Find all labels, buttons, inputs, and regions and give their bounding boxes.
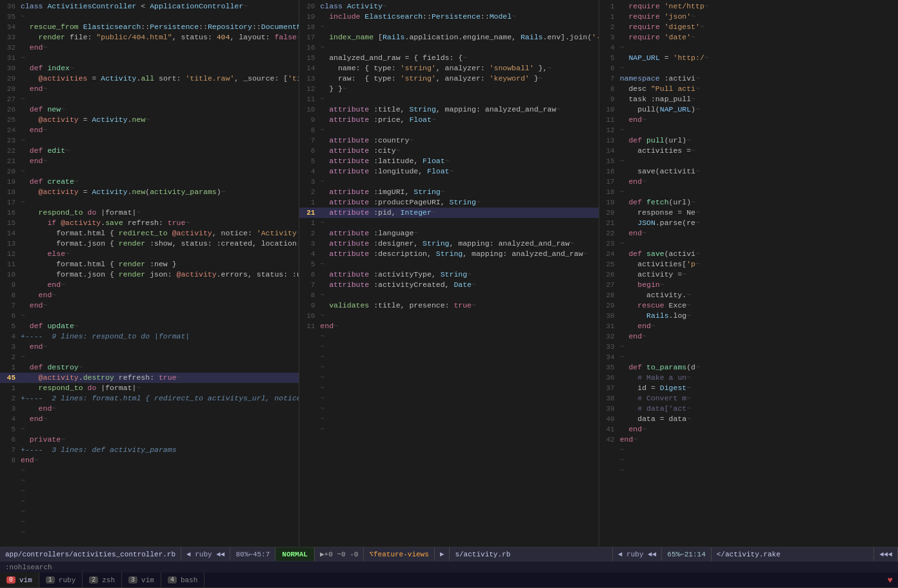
tab-bash-4[interactable]: 4 bash	[161, 573, 205, 587]
line-content: @activity = Activity.new(activity_params…	[21, 187, 296, 197]
line-number: 3	[3, 404, 21, 414]
table-row: 7 +---- 3 lines: def activity_params	[0, 445, 299, 455]
line-number	[3, 466, 21, 476]
line-number: 16	[3, 208, 21, 218]
line-content: ~	[21, 53, 296, 63]
line-content: include Elasticsearch::Persistence::Mode…	[320, 12, 595, 22]
line-number: 8	[3, 455, 21, 466]
line-number: 3	[3, 342, 21, 352]
line-number: 26	[3, 104, 21, 115]
line-content: index_name [Rails.application.engine_nam…	[320, 32, 598, 43]
line-content: attribute :city~	[320, 146, 595, 156]
line-number: 14	[3, 228, 21, 239]
tab-ruby-1[interactable]: 1 ruby	[39, 573, 83, 587]
table-row: ~	[299, 383, 598, 393]
line-number: 23	[3, 135, 21, 146]
tab-label-2: zsh	[102, 576, 115, 584]
tab-vim-0[interactable]: 0 vim	[0, 573, 39, 587]
line-number: 15	[3, 218, 21, 228]
line-content: ~	[620, 125, 895, 135]
line-number: 2	[3, 352, 21, 362]
line-number: 22	[602, 228, 620, 239]
table-row: 25 @activity = Activity.new~	[0, 115, 299, 125]
line-content: activity.~	[620, 290, 895, 300]
table-row: ~	[299, 352, 598, 362]
line-content: ~	[21, 166, 296, 177]
line-number	[3, 527, 21, 538]
table-row: 6 attribute :city~	[299, 146, 598, 156]
line-content: ~	[320, 218, 595, 228]
line-content: def index~	[21, 63, 296, 74]
line-number: 38	[602, 393, 620, 404]
line-content: def save(activi~	[620, 249, 895, 259]
line-content: data = data~	[620, 414, 895, 424]
line-number: 4	[302, 166, 320, 177]
panes-container: 36 class ActivitiesController < Applicat…	[0, 0, 898, 547]
table-row: 37 id = Digest~	[599, 383, 898, 393]
line-number: 9	[302, 300, 320, 311]
line-number: 42	[602, 435, 620, 445]
line-number: 1	[302, 197, 320, 208]
table-row: 3 ~	[299, 177, 598, 187]
code-area-middle[interactable]: 20 class Activity~ 19 include Elasticsea…	[299, 0, 598, 547]
code-area-right[interactable]: 1 require 'net/http~ 1 require 'json'~ 2…	[599, 0, 898, 547]
line-content: end~	[21, 414, 296, 424]
line-content: attribute :latitude, Float~	[320, 156, 595, 166]
line-content: attribute :activityType, String~	[320, 270, 595, 280]
line-number: 9	[602, 94, 620, 104]
status-left-file: app/controllers/activities_controller.rb	[0, 547, 181, 561]
table-row: 12 } }~	[299, 84, 598, 94]
pane-left: 36 class ActivitiesController < Applicat…	[0, 0, 299, 547]
status-middle-mode: NORMAL	[275, 547, 315, 561]
line-number: 36	[602, 373, 620, 383]
line-content: activities =~	[620, 146, 895, 156]
line-content: render file: "public/404.html", status: …	[21, 32, 299, 43]
status-middle-branch: ⌥ feature-views	[364, 547, 434, 561]
line-content: def create~	[21, 177, 296, 187]
table-row: 3 end~	[0, 404, 299, 414]
line-content: raw: { type: 'string', analyzer: 'keywor…	[320, 74, 595, 84]
line-number	[3, 496, 21, 507]
table-row: ~	[299, 393, 598, 404]
tab-vim-3[interactable]: 3 vim	[122, 573, 161, 587]
editor: 36 class ActivitiesController < Applicat…	[0, 0, 898, 588]
line-number: 36	[3, 1, 21, 12]
table-row: 12 ~	[599, 125, 898, 135]
table-row: 31 ~	[0, 53, 299, 63]
line-content: ~	[620, 352, 895, 362]
line-content: begin~	[620, 280, 895, 290]
table-row: 33 ~	[599, 342, 898, 352]
line-number: 10	[3, 270, 21, 280]
table-row: 23 ~	[599, 239, 898, 249]
left-filename: app/controllers/activities_controller.rb	[5, 551, 175, 558]
line-content: id = Digest~	[620, 383, 895, 393]
line-number: 6	[602, 63, 620, 74]
line-content: attribute :country~	[320, 135, 595, 146]
code-area-left[interactable]: 36 class ActivitiesController < Applicat…	[0, 0, 299, 547]
table-row: 3 require 'date'~	[599, 32, 898, 43]
line-number: 35	[3, 12, 21, 22]
status-right-arrows: ◄◄◄	[874, 547, 898, 561]
line-content: def to_params(d~	[620, 362, 895, 373]
table-row: 18 @activity = Activity.new(activity_par…	[0, 187, 299, 197]
table-row: 6 ~	[0, 311, 299, 321]
line-number: 1	[602, 12, 620, 22]
table-row: 4 +---- 9 lines: respond_to do |format|	[0, 331, 299, 342]
line-content: end~	[21, 342, 296, 352]
line-number	[3, 486, 21, 496]
line-content: end~	[21, 84, 296, 94]
line-number: 7	[302, 135, 320, 146]
middle-mode: NORMAL	[282, 551, 308, 558]
line-content: ~	[21, 507, 296, 517]
table-row: 8 desc "Pull acti~	[599, 84, 898, 94]
line-number: 11	[302, 94, 320, 104]
line-number: 32	[602, 331, 620, 342]
table-row: 1 respond_to do |format|~	[0, 383, 299, 393]
tab-number-0: 0	[6, 576, 15, 583]
line-number: 9	[302, 115, 320, 125]
tab-zsh-2[interactable]: 2 zsh	[83, 573, 122, 587]
line-number: 13	[602, 135, 620, 146]
table-row: 20 ~	[0, 166, 299, 177]
line-content: ~	[320, 177, 595, 187]
line-number: 34	[3, 22, 21, 32]
